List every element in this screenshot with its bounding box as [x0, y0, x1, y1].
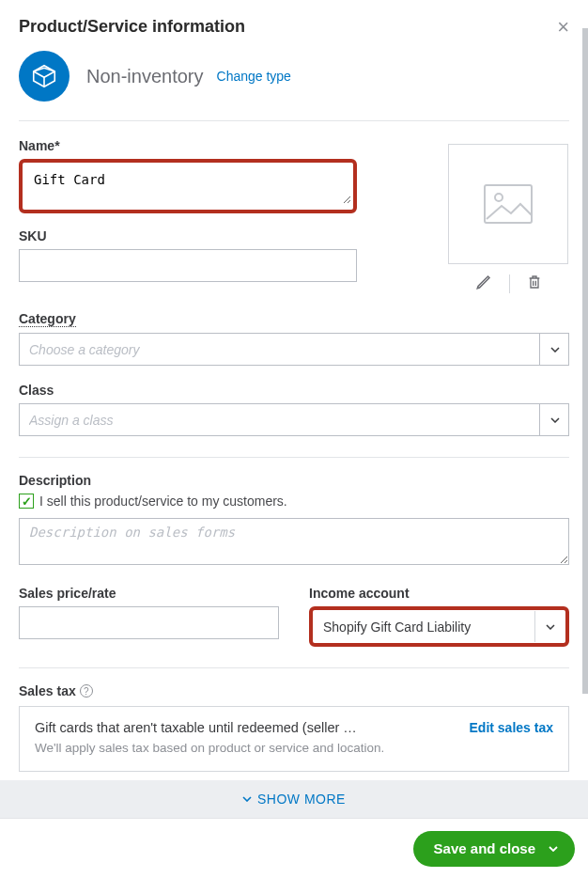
edit-sales-tax-link[interactable]: Edit sales tax: [470, 720, 554, 735]
description-input[interactable]: [19, 518, 569, 565]
product-type-label: Non-inventory: [86, 66, 204, 87]
sales-tax-label: Sales tax: [19, 683, 76, 698]
sales-tax-box: Gift cards that aren't taxable until red…: [19, 706, 569, 772]
chevron-down-icon: [242, 796, 252, 802]
sales-price-label: Sales price/rate: [19, 586, 279, 601]
name-highlight-box: [19, 159, 357, 213]
category-select[interactable]: [19, 333, 569, 366]
footer-bar: Save and close: [0, 818, 588, 878]
sales-tax-title: Gift cards that aren't taxable until red…: [35, 720, 451, 735]
divider: [19, 667, 569, 668]
delete-image-icon[interactable]: [527, 274, 542, 294]
save-and-close-button[interactable]: Save and close: [413, 831, 575, 867]
sales-price-input[interactable]: [19, 606, 279, 639]
class-select[interactable]: [19, 403, 569, 436]
sales-tax-sub: We'll apply sales tax based on product o…: [35, 739, 451, 758]
sell-checkbox-label: I sell this product/service to my custom…: [39, 494, 287, 509]
change-type-link[interactable]: Change type: [217, 69, 291, 84]
svg-point-1: [495, 194, 503, 201]
category-label: Category: [19, 311, 569, 327]
name-label: Name*: [19, 138, 357, 153]
sell-checkbox[interactable]: ✓: [19, 494, 34, 509]
show-more-button[interactable]: SHOW MORE: [0, 780, 588, 818]
scrollbar[interactable]: [582, 28, 588, 694]
name-input[interactable]: [24, 165, 351, 204]
edit-image-icon[interactable]: [475, 274, 492, 294]
divider: [19, 457, 569, 458]
sku-label: SKU: [19, 228, 357, 243]
class-label: Class: [19, 383, 569, 398]
divider: [509, 274, 510, 293]
income-account-label: Income account: [309, 586, 569, 601]
svg-rect-0: [485, 185, 532, 223]
image-upload-box[interactable]: [448, 144, 568, 264]
help-icon[interactable]: ?: [80, 684, 93, 698]
income-account-highlight-box: [309, 606, 569, 647]
chevron-down-icon: [549, 846, 558, 852]
close-icon[interactable]: ×: [557, 17, 569, 38]
description-label: Description: [19, 473, 569, 488]
page-title: Product/Service information: [19, 17, 245, 37]
income-account-select[interactable]: [314, 611, 565, 642]
product-type-icon: [19, 51, 70, 102]
sku-input[interactable]: [19, 249, 357, 282]
